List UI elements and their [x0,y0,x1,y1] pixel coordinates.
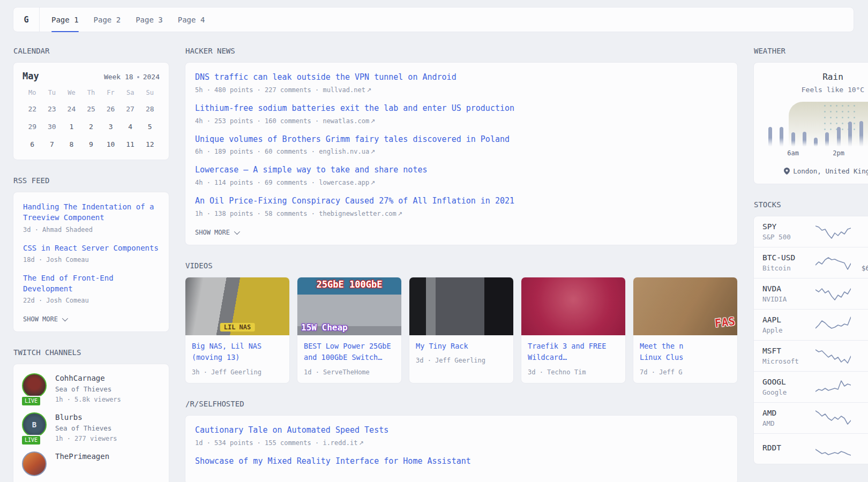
stock-row[interactable]: NVDA NVIDIA +3.49% $888.12 [754,278,868,309]
channel-avatar: B [22,412,47,437]
stock-change-percent: +0.25% [851,378,868,386]
stock-company: Microsoft [762,357,815,365]
temperature-bar [825,132,829,147]
calendar-day: 26 [102,101,119,117]
video-card[interactable]: FAS Meet the n Linux Clus 7d · Jeff G [633,277,738,383]
channel-name[interactable]: ThePrimeagen [55,452,109,461]
stock-company: Apple [762,326,815,334]
middle-column: HACKER NEWS DNS traffic can leak outside… [185,47,738,482]
video-thumbnail[interactable]: FAS [633,277,737,335]
page-tab[interactable]: Page 3 [128,7,170,32]
video-card[interactable]: Traefik 3 and FREE Wildcard… 3d · Techno… [521,277,626,383]
calendar-day: 22 [24,101,41,117]
weekday-label: Sa [121,89,140,101]
twitch-channel-row[interactable]: LIVE CohhCarnage Sea of Thieves 1h · 5.8… [22,373,160,403]
stock-row[interactable]: AMD AMD +2.97% $150.50 [754,402,868,433]
video-title-link[interactable]: Meet the n Linux Clus [633,335,737,364]
video-meta: 7d · Jeff G [633,364,737,383]
temperature-bar [814,138,818,147]
video-card[interactable]: My Tiny Rack 3d · Jeff Geerling [409,277,514,383]
calendar-widget: May Week 18 2024 MoTuWeThFrSaSu 22 [13,62,169,160]
stock-row[interactable]: SPY S&P 500 +1.32% $511.69 [754,216,868,247]
stocks-widget: SPY S&P 500 +1.32% $511.69 [753,216,868,464]
video-title-link[interactable]: Traefik 3 and FREE Wildcard… [521,335,625,364]
video-title-link[interactable]: My Tiny Rack [409,335,513,352]
rss-item-link[interactable]: Handling The Indentation of a Treeview C… [23,201,159,223]
stock-symbol: MSFT [762,347,815,355]
hackernews-item-link[interactable]: An Oil Price-Fixing Conspiracy Caused 27… [195,195,728,207]
calendar-day: 10 [102,137,119,152]
twitch-channel-row[interactable]: B LIVE Blurbs Sea of Thieves 1h · 277 vi… [22,412,160,442]
calendar-day: 30 [43,119,61,134]
stock-symbol: GOOGL [762,378,815,386]
app-logo[interactable]: G [13,7,40,32]
hackernews-item-meta: 4h · 114 points · 69 comments · lowercas… [195,179,728,186]
rss-item-meta: 22d · Josh Comeau [23,297,159,304]
calendar-section-title: CALENDAR [13,47,169,55]
location-pin-icon [784,168,790,175]
video-meta: 3d · Jeff Geerling [409,352,513,371]
video-card[interactable]: 25GbE 100GbE 15W Cheap BEST Low Power 25… [297,277,402,383]
hackernews-section: HACKER NEWS DNS traffic can leak outside… [185,47,738,245]
hackernews-item-meta: 1h · 138 points · 58 comments · thebigne… [195,210,728,217]
video-thumbnail[interactable] [521,277,625,335]
page-tab[interactable]: Page 2 [86,7,129,32]
channel-name[interactable]: CohhCarnage [55,374,121,382]
video-thumbnail[interactable] [409,277,513,335]
stock-row[interactable]: MSFT Microsoft +2.24% $406.76 [754,340,868,371]
reddit-item-link[interactable]: Cautionary Tale on Automated Speed Tests [195,425,728,436]
rss-section-title: RSS FEED [13,176,169,185]
stock-symbol: NVDA [762,284,815,293]
video-meta: 1d · ServeTheHome [297,364,401,383]
hackernews-item-link[interactable]: Lithium-free sodium batteries exit the l… [195,103,728,115]
video-thumbnail[interactable]: LIL NAS [185,277,289,335]
stock-row[interactable]: GOOGL Google +0.25% $167.03 [754,371,868,402]
stock-company: Google [762,388,815,396]
stock-row[interactable]: BTC-USD Bitcoin +4.56% $61,820.02 [754,247,868,278]
external-link-icon: ↗ [358,440,363,447]
thumbnail-text-top: 25GbE 100GbE [317,279,383,290]
stock-row[interactable]: RDDT -1.59% [754,433,868,464]
calendar-day: 9 [83,137,100,152]
twitch-channel-row[interactable]: ThePrimeagen [22,451,160,476]
stock-change-percent: +2.97% [851,409,868,417]
twitch-section-title: TWITCH CHANNELS [13,348,169,357]
rss-item-link[interactable]: The End of Front-End Development [23,273,159,295]
rss-item: Handling The Indentation of a Treeview C… [23,201,159,234]
channel-name[interactable]: Blurbs [55,413,117,421]
page-tab[interactable]: Page 4 [170,7,213,32]
stock-price: $511.69 [851,233,868,241]
hackernews-show-more-button[interactable]: SHOW MORE [195,229,238,236]
channel-viewers: 1h · 5.8k viewers [55,396,121,403]
stock-sparkline [815,254,851,272]
rss-item-link[interactable]: CSS in React Server Components [23,243,159,253]
video-title-link[interactable]: Big NAS, Lil NAS (moving 13) [185,335,289,364]
weather-feels-like: Feels like 10°C [761,86,868,94]
stock-row[interactable]: AAPL Apple +6.63% $184.51 [754,309,868,340]
calendar-section: CALENDAR May Week 18 2024 MoTuWeThFrSaSu [13,47,169,160]
calendar-day: 29 [24,119,41,134]
calendar-day: 6 [24,137,41,152]
rss-show-more-button[interactable]: SHOW MORE [23,315,66,323]
hackernews-item-link[interactable]: Lowercase – A simple way to take and sha… [195,164,728,176]
video-card[interactable]: LIL NAS Big NAS, Lil NAS (moving 13) 3h … [185,277,290,383]
stock-sparkline [815,223,851,241]
external-link-icon: ↗ [398,210,402,217]
stock-sparkline [815,378,851,396]
video-thumbnail[interactable]: 25GbE 100GbE 15W Cheap [297,277,401,335]
stock-price: $406.76 [851,357,868,365]
stock-symbol: RDDT [762,443,815,452]
calendar-year: 2024 [143,73,160,81]
thumbnail-text-bottom: 15W Cheap [301,322,348,333]
external-link-icon: ↗ [370,118,375,125]
channel-game: Sea of Thieves [55,424,117,432]
reddit-item-link[interactable]: Showcase of my Mixed Reality Interface f… [195,456,728,468]
page-tab[interactable]: Page 1 [44,7,86,32]
hackernews-item-link[interactable]: Unique volumes of Brothers Grimm fairy t… [195,134,728,146]
video-title-link[interactable]: BEST Low Power 25GbE and 100GbE Switch… [297,335,401,364]
reddit-section: /R/SELFHOSTED Cautionary Tale on Automat… [185,400,738,482]
rss-section: RSS FEED Handling The Indentation of a T… [13,176,169,332]
thumbnail-text-bottom: FAS [714,315,736,330]
hackernews-item-link[interactable]: DNS traffic can leak outside the VPN tun… [195,72,728,84]
rss-widget: Handling The Indentation of a Treeview C… [13,192,169,332]
